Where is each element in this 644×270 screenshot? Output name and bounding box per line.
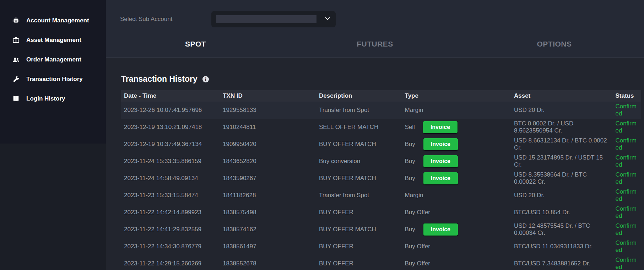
cell-type: Buy Offer (402, 204, 511, 221)
cell-date-time: 2023-12-19 10:37:49.367134 (121, 136, 220, 153)
col-header-type: Type (402, 90, 511, 102)
sidebar-item-login-history[interactable]: Login History (0, 89, 106, 108)
cell-type: Sell Invoice (402, 119, 511, 136)
cell-asset: USD 8.66312134 Dr. / BTC 0.0002 Cr. (511, 136, 612, 153)
status-badge: Confirmed (612, 153, 641, 170)
cell-type: Buy Invoice (402, 170, 511, 187)
cell-asset: BTC 0.0002 Dr. / USD 8.5623550954 Cr. (511, 119, 612, 136)
col-header-txn-id: TXN ID (220, 90, 316, 102)
cell-txn-id: 1838574162 (220, 221, 316, 238)
sub-account-select[interactable] (211, 11, 336, 27)
status-badge: Confirmed (612, 204, 641, 221)
status-badge: Confirmed (612, 187, 641, 204)
cell-txn-id: 1843590267 (220, 170, 316, 187)
table-row: 2023-11-24 15:33:35.886159 1843652820 Bu… (121, 153, 641, 170)
cell-description: BUY OFFER (316, 204, 402, 221)
bank-icon (12, 36, 20, 44)
sidebar-item-transaction-history[interactable]: Transaction History (0, 69, 106, 89)
invoice-button[interactable]: Invoice (423, 138, 458, 151)
invoice-button[interactable]: Invoice (423, 155, 458, 168)
cell-txn-id: 1838561497 (220, 238, 316, 255)
cell-asset: BTC/USD 10.854 Dr. (511, 204, 612, 221)
sidebar-item-account-management[interactable]: Account Management (0, 11, 106, 30)
cell-description: SELL OFFER MATCH (316, 119, 402, 136)
col-header-asset: Asset (511, 90, 612, 102)
invoice-button[interactable]: Invoice (423, 172, 458, 185)
table-row: 2023-11-22 14:34:30.876779 1838561497 BU… (121, 238, 641, 255)
cell-description: BUY OFFER MATCH (316, 136, 402, 153)
table-row: 2023-11-24 14:58:49.09134 1843590267 BUY… (121, 170, 641, 187)
tab-options[interactable]: OPTIONS (465, 40, 644, 58)
cell-date-time: 2023-11-22 14:29:15.260269 (121, 255, 220, 270)
invoice-button[interactable]: Invoice (423, 121, 458, 134)
cell-date-time: 2023-12-19 13:10:21.097418 (121, 119, 220, 136)
cell-asset: BTC/USD 11.0349311833 Dr. (511, 238, 612, 255)
cell-type: Buy Invoice (402, 136, 511, 153)
sub-account-bar: Select Sub Account (106, 9, 644, 30)
market-tabs: SPOT FUTURES OPTIONS (106, 40, 644, 58)
main-panel: Select Sub Account SPOT FUTURES OPTIONS … (106, 0, 644, 270)
cell-description: BUY OFFER (316, 238, 402, 255)
type-label: Margin (405, 192, 423, 199)
col-header-date-time: Date - Time (121, 90, 220, 102)
top-zone: Select Sub Account SPOT FUTURES OPTIONS (106, 0, 644, 58)
sidebar-item-asset-management[interactable]: Asset Management (0, 30, 106, 50)
chevron-down-icon (324, 15, 331, 23)
robot-icon (12, 16, 20, 25)
cell-type: Buy Offer (402, 238, 511, 255)
select-sub-account-label: Select Sub Account (120, 16, 211, 23)
sidebar-item-label: Login History (26, 95, 65, 102)
sidebar-item-label: Asset Management (26, 37, 81, 44)
status-badge: Confirmed (612, 170, 641, 187)
type-label: Buy (405, 175, 415, 182)
transactions-tbody: 2023-12-26 10:07:41.957696 1929558133 Tr… (121, 102, 641, 270)
cell-description: BUY OFFER (316, 255, 402, 270)
tab-spot[interactable]: SPOT (106, 40, 285, 58)
cell-asset: USD 8.35538664 Dr. / BTC 0.00022 Cr. (511, 170, 612, 187)
cell-type: Buy Invoice (402, 221, 511, 238)
invoice-button[interactable]: Invoice (423, 223, 458, 236)
col-header-status: Status (612, 90, 641, 102)
page-title: Transaction History (121, 74, 197, 84)
status-badge: Confirmed (612, 221, 641, 238)
cell-txn-id: 1838552678 (220, 255, 316, 270)
status-badge: Confirmed (612, 102, 641, 119)
sidebar: Account Management Asset Management Orde… (0, 0, 106, 144)
cell-txn-id: 1838575498 (220, 204, 316, 221)
type-label: Buy (405, 226, 415, 233)
table-row: 2023-11-23 15:33:15.58474 1841182628 Tra… (121, 187, 641, 204)
table-row: 2023-12-19 10:37:49.367134 1909950420 BU… (121, 136, 641, 153)
type-label: Buy Offer (405, 209, 431, 216)
sidebar-item-order-management[interactable]: Order Management (0, 50, 106, 69)
table-row: 2023-11-22 14:41:29.832559 1838574162 BU… (121, 221, 641, 238)
type-label: Sell (405, 124, 415, 131)
wrench-icon (12, 75, 20, 83)
cell-date-time: 2023-11-22 14:34:30.876779 (121, 238, 220, 255)
sidebar-item-label: Order Management (26, 56, 81, 63)
cell-type: Buy Invoice (402, 153, 511, 170)
tab-futures[interactable]: FUTURES (285, 40, 465, 58)
cell-description: BUY OFFER MATCH (316, 221, 402, 238)
sidebar-item-label: Transaction History (26, 76, 83, 83)
info-icon[interactable]: i (202, 76, 209, 82)
cell-type: Margin (402, 102, 511, 119)
type-label: Margin (405, 107, 423, 114)
cell-asset: USD 20 Dr. (511, 187, 612, 204)
status-badge: Confirmed (612, 255, 641, 270)
cell-date-time: 2023-11-22 14:42:14.899923 (121, 204, 220, 221)
type-label: Buy (405, 141, 415, 148)
cell-date-time: 2023-12-26 10:07:41.957696 (121, 102, 220, 119)
users-icon (12, 55, 20, 64)
cell-date-time: 2023-11-24 14:58:49.09134 (121, 170, 220, 187)
cell-asset: BTC/USD 7.3483881652 Dr. (511, 255, 612, 270)
content-area: Transaction History i Date - Time TXN ID… (106, 58, 644, 270)
cell-asset: USD 12.48575545 Dr. / BTC 0.00034 Cr. (511, 221, 612, 238)
cell-description: Transfer from Spot (316, 102, 402, 119)
cell-description: BUY OFFER MATCH (316, 170, 402, 187)
sidebar-item-label: Account Management (26, 17, 89, 24)
transaction-table: Date - Time TXN ID Description Type Asse… (121, 90, 641, 270)
cell-asset: USD 15.23174895 Dr. / USDT 15 Cr. (511, 153, 612, 170)
table-header-row: Date - Time TXN ID Description Type Asse… (121, 90, 641, 102)
table-row: 2023-12-26 10:07:41.957696 1929558133 Tr… (121, 102, 641, 119)
cell-asset: USD 20 Dr. (511, 102, 612, 119)
